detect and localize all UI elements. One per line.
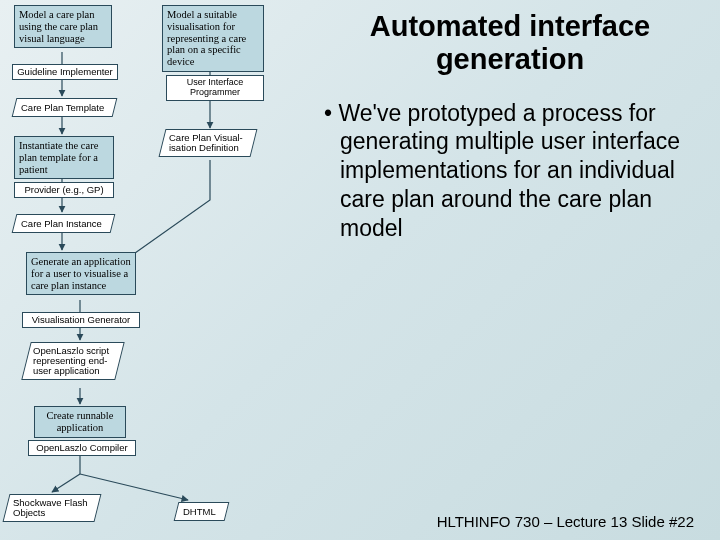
role-vis-generator: Visualisation Generator (22, 312, 140, 328)
box-generate-app: Generate an application for a user to vi… (26, 252, 136, 295)
box-model-visualisation: Model a suitable visualisation for repre… (162, 5, 264, 72)
role-guideline-implementer: Guideline Implementer (12, 64, 118, 80)
svg-line-8 (52, 474, 80, 492)
bullet-text: • We've prototyped a process for generat… (320, 99, 700, 243)
box-instantiate: Instantiate the care plan template for a… (14, 136, 114, 179)
role-provider: Provider (e.g., GP) (14, 182, 114, 198)
slide-title: Automated interfacegeneration (320, 10, 700, 77)
para-care-plan-template: Care Plan Template (12, 98, 118, 117)
para-dhtml: DHTML (174, 502, 229, 521)
flowchart-diagram: Model a care plan using the care plan vi… (0, 0, 310, 540)
para-care-plan-instance: Care Plan Instance (12, 214, 116, 233)
box-create-runnable: Create runnableapplication (34, 406, 126, 438)
para-care-plan-vis-def: Care Plan Visual-isation Definition (159, 129, 258, 157)
para-shockwave: Shockwave FlashObjects (3, 494, 102, 522)
slide-footer: HLTHINFO 730 – Lecture 13 Slide #22 (437, 513, 694, 530)
slide-content: Automated interfacegeneration • We've pr… (310, 0, 720, 540)
box-model-care-plan: Model a care plan using the care plan vi… (14, 5, 112, 48)
role-openlaszlo-compiler: OpenLaszlo Compiler (28, 440, 136, 456)
para-openlaszlo-script: OpenLaszlo scriptrepresenting end-user a… (21, 342, 124, 380)
role-ui-programmer: User Interface Programmer (166, 75, 264, 101)
